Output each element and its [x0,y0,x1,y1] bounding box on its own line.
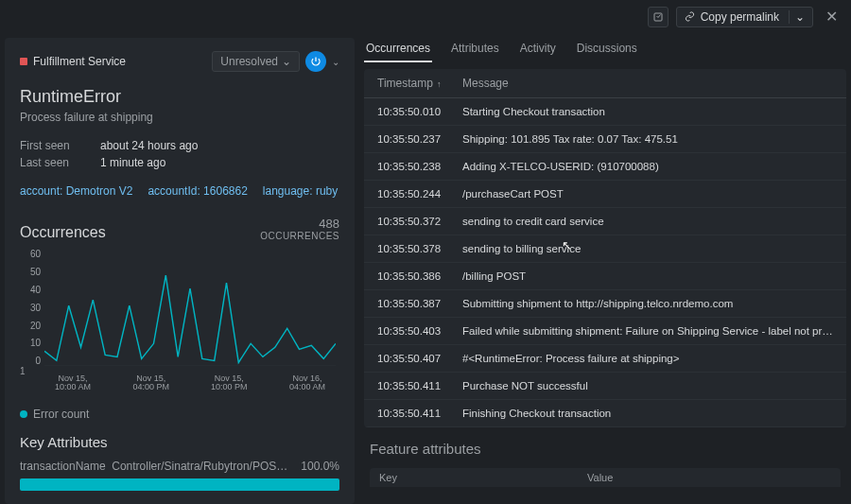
copy-permalink-label: Copy permalink [701,10,779,24]
notes-icon[interactable] [648,7,669,27]
x-tick: Nov 15,04:00 PM [123,374,180,393]
chart-page-indicator: 1 [20,366,26,376]
log-row[interactable]: 10:35:50.244/purchaseCart POST [364,181,846,208]
log-cell-timestamp: 10:35:50.387 [377,298,462,309]
chart-x-axis: Nov 15,10:00 AMNov 15,04:00 PMNov 15,10:… [44,374,336,393]
last-seen-label: Last seen [20,156,72,169]
log-row[interactable]: 10:35:50.403Failed while submitting ship… [364,318,846,345]
log-cell-message: Purchase NOT successful [462,380,833,391]
log-row[interactable]: 10:35:50.372sending to credit card servi… [364,208,846,235]
log-col-message[interactable]: Message [462,77,833,90]
log-cell-timestamp: 10:35:50.411 [377,408,462,419]
status-indicator-icon [20,58,27,65]
log-cell-message: Starting Checkout transaction [462,106,833,117]
link-icon [685,11,695,22]
left-panel: Fulfillment Service Unresolved ⌄ ⌄ Runti… [5,38,355,504]
status-dropdown[interactable]: Unresolved ⌄ [212,51,300,72]
tag-accountid[interactable]: accountId: 1606862 [148,184,247,198]
tab-occurrences[interactable]: Occurrences [364,38,432,62]
feature-attributes-header: Key Value [370,468,841,487]
feature-col-key[interactable]: Key [379,472,587,483]
log-cell-message: Adding X-TELCO-USERID: (910700088) [462,161,833,172]
legend-dot-icon [20,410,27,418]
y-tick: 30 [20,303,41,313]
y-tick: 20 [20,321,41,331]
x-tick: Nov 15,10:00 PM [200,374,257,393]
tag-language[interactable]: language: ruby [263,184,338,198]
log-row[interactable]: 10:35:50.010Starting Checkout transactio… [364,98,846,126]
key-attributes-title: Key Attributes [20,434,339,450]
right-panel: Occurrences Attributes Activity Discussi… [364,38,846,504]
key-attr-bar[interactable] [20,478,339,491]
y-tick: 60 [20,249,41,259]
x-tick: Nov 16,04:00 AM [279,374,336,393]
log-cell-timestamp: 10:35:50.407 [377,353,462,364]
detail-tabs: Occurrences Attributes Activity Discussi… [364,38,846,63]
last-seen-value: 1 minute ago [100,156,165,169]
log-cell-message: /purchaseCart POST [462,188,833,200]
log-cell-message: Shipping: 101.895 Tax rate: 0.07 Tax: 47… [462,133,833,145]
log-row[interactable]: 10:35:50.411Purchase NOT successful [364,373,846,400]
log-cell-message: #<RuntimeError: Process failure at shipp… [462,353,833,364]
log-cell-timestamp: 10:35:50.378 [377,243,462,254]
log-cell-message: Submitting shipment to http://shipping.t… [462,298,833,309]
copy-permalink-button[interactable]: Copy permalink ⌄ [676,7,813,27]
service-name[interactable]: Fulfillment Service [20,55,126,68]
log-table: Timestamp↑ Message 10:35:50.010Starting … [364,69,846,427]
log-cell-message: sending to credit card service [462,216,833,227]
service-name-label: Fulfillment Service [33,55,126,68]
first-seen-label: First seen [20,139,72,152]
chart-plot [44,252,336,366]
y-tick: 50 [20,267,41,277]
occurrences-count-label: OCCURRENCES [260,231,339,241]
top-bar: Copy permalink ⌄ ✕ [0,0,851,33]
log-cell-timestamp: 10:35:50.372 [377,216,462,227]
key-attr-value: Controller/Sinatra/Rubytron/POS… [112,460,287,473]
log-cell-timestamp: 10:35:50.237 [377,133,462,145]
error-subtitle: Process failure at shipping [20,111,339,124]
occurrences-title: Occurrences [20,224,106,241]
error-title: RuntimeError [20,87,339,107]
log-cell-timestamp: 10:35:50.411 [377,380,462,391]
log-header-row: Timestamp↑ Message [364,69,846,98]
sort-asc-icon: ↑ [437,79,442,89]
key-attr-pct: 100.0% [301,460,339,473]
legend-label: Error count [33,408,89,421]
log-cell-message: sending to billing service [462,243,833,254]
tab-discussions[interactable]: Discussions [575,38,639,62]
occurrences-count: 488 [260,217,339,231]
log-row[interactable]: 10:35:50.238Adding X-TELCO-USERID: (9107… [364,153,846,181]
chart-y-axis: 6050403020100 [20,249,41,366]
feature-col-value[interactable]: Value [587,472,831,483]
log-cell-message: Finishing Checkout transaction [462,408,833,419]
first-seen-value: about 24 hours ago [100,139,198,152]
y-tick: 40 [20,285,41,295]
close-button[interactable]: ✕ [821,7,842,27]
tag-account[interactable]: account: Demotron V2 [20,184,132,198]
log-cell-timestamp: 10:35:50.386 [377,270,462,282]
y-tick: 10 [20,338,41,348]
feature-attributes-title: Feature attributes [370,441,841,457]
power-button[interactable] [305,51,326,72]
log-cell-timestamp: 10:35:50.244 [377,188,462,200]
log-row[interactable]: 10:35:50.237Shipping: 101.895 Tax rate: … [364,126,846,153]
log-cell-message: /billing POST [462,270,833,282]
log-row[interactable]: 10:35:50.387Submitting shipment to http:… [364,290,846,318]
chevron-down-icon: ⌄ [282,55,291,68]
chart-legend: Error count [20,408,339,421]
feature-attributes: Feature attributes Key Value [364,441,846,487]
tab-activity[interactable]: Activity [518,38,558,62]
tab-attributes[interactable]: Attributes [449,38,501,62]
log-cell-message: Failed while submitting shipment: Failur… [462,325,833,337]
chevron-down-icon[interactable]: ⌄ [789,10,805,24]
x-tick: Nov 15,10:00 AM [44,374,101,393]
log-row[interactable]: 10:35:50.378sending to billing service [364,235,846,263]
chevron-down-icon[interactable]: ⌄ [332,57,339,67]
log-row[interactable]: 10:35:50.386/billing POST [364,263,846,290]
log-row[interactable]: 10:35:50.411Finishing Checkout transacti… [364,400,846,427]
log-row[interactable]: 10:35:50.407#<RuntimeError: Process fail… [364,345,846,373]
log-cell-timestamp: 10:35:50.238 [377,161,462,172]
log-col-timestamp[interactable]: Timestamp↑ [377,77,462,90]
occurrences-chart[interactable]: 6050403020100 Nov 15,10:00 AMNov 15,04:0… [20,249,339,385]
log-cell-timestamp: 10:35:50.010 [377,106,462,117]
